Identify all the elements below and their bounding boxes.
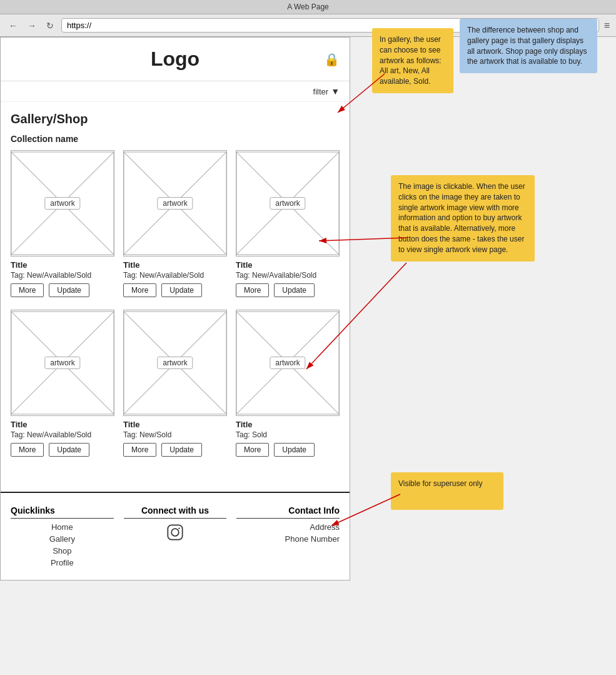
artwork-actions: More Update <box>11 283 114 297</box>
superuser-note-text: Visible for superuser only <box>398 479 483 488</box>
footer-address: Address <box>236 522 340 532</box>
footer-quicklinks-title: Quicklinks <box>11 505 114 519</box>
forward-button[interactable]: → <box>25 19 39 32</box>
footer-contact-title: Contact Info <box>236 505 340 519</box>
update-button[interactable]: Update <box>274 283 315 297</box>
more-button[interactable]: More <box>11 283 44 297</box>
artwork-image[interactable]: artwork <box>236 150 340 256</box>
more-button[interactable]: More <box>11 443 44 457</box>
update-button[interactable]: Update <box>49 443 89 457</box>
footer-connect: Connect with us <box>124 505 227 567</box>
footer-phone: Phone Number <box>236 534 340 544</box>
artwork-image[interactable]: artwork <box>123 310 227 416</box>
refresh-button[interactable]: ↻ <box>44 19 56 32</box>
artwork-tag: Tag: Sold <box>236 430 340 439</box>
artwork-grid-row1: artwork Title Tag: New/Available/Sold Mo… <box>11 150 340 297</box>
footer-quicklinks: Quicklinks Home Gallery Shop Profile <box>11 505 114 567</box>
gallery-note: In gallery, the user can choose to see a… <box>372 28 453 93</box>
filter-icon[interactable]: ▼ <box>331 86 340 96</box>
artwork-label: artwork <box>270 197 305 210</box>
browser-menu-button[interactable]: ≡ <box>604 20 610 31</box>
footer-link-profile[interactable]: Profile <box>11 558 114 567</box>
artwork-grid-row2: artwork Title Tag: New/Available/Sold Mo… <box>11 310 340 457</box>
artwork-actions: More Update <box>11 443 114 457</box>
site-logo: Logo <box>151 48 199 70</box>
superuser-note: Visible for superuser only <box>391 472 503 510</box>
update-button[interactable]: Update <box>274 443 315 457</box>
artwork-tag: Tag: New/Available/Sold <box>123 271 227 280</box>
browser-title: A Web Page <box>287 3 329 11</box>
more-button[interactable]: More <box>236 443 269 457</box>
artwork-actions: More Update <box>236 283 340 297</box>
filter-label: filter <box>313 87 329 96</box>
artwork-tag: Tag: New/Available/Sold <box>236 271 340 280</box>
svg-point-19 <box>171 529 179 536</box>
artwork-card: artwork Title Tag: Sold More Update <box>236 310 340 457</box>
image-note: The image is clickable. When the user cl… <box>391 175 535 261</box>
footer-links-list: Home Gallery Shop Profile <box>11 522 114 567</box>
artwork-card: artwork Title Tag: New/Available/Sold Mo… <box>123 150 227 297</box>
site-header: Logo 🔒 <box>1 38 350 81</box>
svg-rect-18 <box>168 525 182 539</box>
shop-gallery-note: The difference between shop and gallery … <box>460 19 597 73</box>
artwork-actions: More Update <box>123 443 227 457</box>
image-note-text: The image is clickable. When the user cl… <box>398 182 525 254</box>
footer-contact: Contact Info Address Phone Number <box>236 505 340 567</box>
artwork-image[interactable]: artwork <box>11 150 114 256</box>
artwork-image[interactable]: artwork <box>236 310 340 416</box>
artwork-tag: Tag: New/Sold <box>123 430 227 439</box>
artwork-tag: Tag: New/Available/Sold <box>11 430 114 439</box>
shop-gallery-note-text: The difference between shop and gallery … <box>467 26 587 66</box>
artwork-actions: More Update <box>236 443 340 457</box>
footer-link-home[interactable]: Home <box>11 522 114 532</box>
artwork-title: Title <box>123 420 227 429</box>
artwork-actions: More Update <box>123 283 227 297</box>
gallery-note-text: In gallery, the user can choose to see a… <box>380 35 442 86</box>
artwork-card: artwork Title Tag: New/Available/Sold Mo… <box>236 150 340 297</box>
artwork-image[interactable]: artwork <box>123 150 227 256</box>
artwork-title: Title <box>123 260 227 270</box>
footer-link-shop[interactable]: Shop <box>11 546 114 556</box>
artwork-tag: Tag: New/Available/Sold <box>11 271 114 280</box>
artwork-card: artwork Title Tag: New/Available/Sold Mo… <box>11 150 114 297</box>
back-button[interactable]: ← <box>6 19 20 32</box>
artwork-title: Title <box>11 260 114 270</box>
artwork-card: artwork Title Tag: New/Available/Sold Mo… <box>11 310 114 457</box>
more-button[interactable]: More <box>236 283 269 297</box>
artwork-label: artwork <box>270 357 305 369</box>
artwork-title: Title <box>236 420 340 429</box>
footer-link-gallery[interactable]: Gallery <box>11 534 114 544</box>
artwork-image[interactable]: artwork <box>11 310 114 416</box>
gallery-section: Gallery/Shop Collection name artwork <box>1 102 350 479</box>
artwork-title: Title <box>11 420 114 429</box>
site-footer: Quicklinks Home Gallery Shop Profile Con… <box>1 492 350 580</box>
artwork-card: artwork Title Tag: New/Sold More Update <box>123 310 227 457</box>
more-button[interactable]: More <box>123 443 156 457</box>
collection-name: Collection name <box>11 134 340 144</box>
artwork-label: artwork <box>157 357 193 369</box>
artwork-title: Title <box>236 260 340 270</box>
update-button[interactable]: Update <box>161 443 202 457</box>
cart-icon[interactable]: 🔒 <box>324 52 340 67</box>
page-title: Gallery/Shop <box>11 112 340 126</box>
browser-title-bar: A Web Page <box>0 0 616 14</box>
artwork-label: artwork <box>44 357 80 369</box>
more-button[interactable]: More <box>123 283 156 297</box>
instagram-icon[interactable] <box>124 524 227 546</box>
artwork-label: artwork <box>44 197 80 210</box>
browser-content: Logo 🔒 filter ▼ Gallery/Shop Collection … <box>0 37 350 581</box>
filter-bar: filter ▼ <box>1 81 350 102</box>
update-button[interactable]: Update <box>161 283 202 297</box>
artwork-label: artwork <box>157 197 193 210</box>
footer-connect-title: Connect with us <box>124 505 227 519</box>
update-button[interactable]: Update <box>49 283 89 297</box>
svg-point-20 <box>178 527 179 529</box>
